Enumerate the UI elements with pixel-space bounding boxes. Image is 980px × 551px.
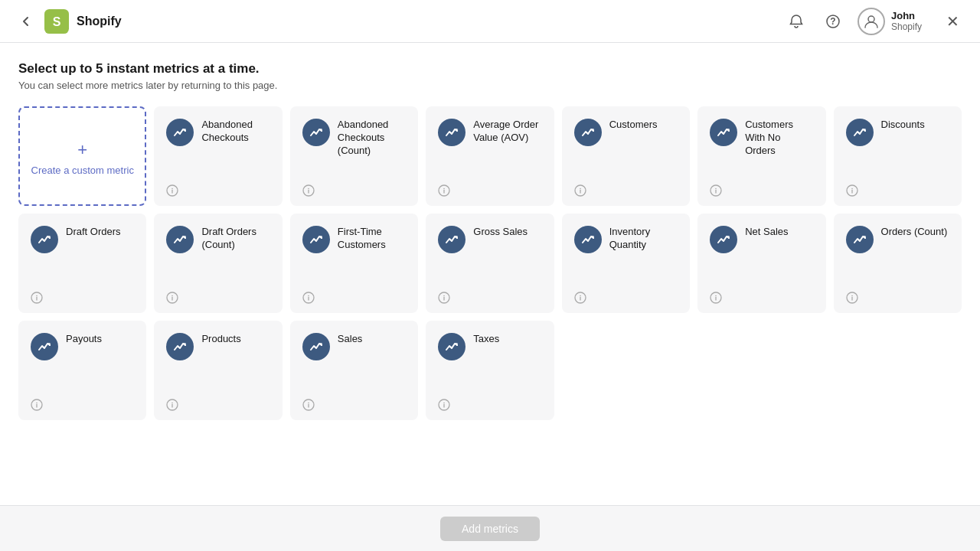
metric-card-header: Abandoned Checkouts (Count) [302, 119, 406, 178]
metric-info-net-sales[interactable] [710, 285, 813, 304]
header-right: ? John Shopify ✕ [784, 8, 965, 35]
metric-card-customers-no-orders[interactable]: Customers With No Orders [697, 106, 825, 206]
svg-point-9 [308, 188, 309, 190]
metric-card-header: Products [166, 333, 270, 393]
metric-info-gross-sales[interactable] [438, 285, 541, 304]
help-button[interactable]: ? [821, 9, 845, 34]
metric-label-average-order-value: Average Order Value (AOV) [473, 119, 541, 145]
metric-info-abandoned-checkouts-count[interactable] [302, 178, 406, 197]
footer: Add metrics [0, 505, 980, 551]
metric-icon-payouts [31, 333, 58, 360]
metric-info-customers[interactable] [574, 178, 678, 197]
metric-card-abandoned-checkouts[interactable]: Abandoned Checkouts [154, 106, 282, 206]
svg-text:S: S [53, 15, 61, 28]
metric-info-first-time-customers[interactable] [302, 285, 406, 304]
main-content: Select up to 5 instant metrics at a time… [0, 43, 980, 551]
metric-info-inventory-quantity[interactable] [574, 285, 678, 304]
metric-icon-products [166, 333, 194, 360]
metric-card-draft-orders[interactable]: Draft Orders [18, 214, 146, 313]
metric-info-draft-orders[interactable] [31, 285, 134, 304]
notifications-button[interactable] [784, 9, 808, 34]
metrics-row-2: Draft Orders Draft Orders (Count) [18, 214, 962, 313]
metric-card-discounts[interactable]: Discounts [834, 106, 962, 206]
metric-label-discounts: Discounts [881, 119, 949, 132]
metric-card-header: Net Sales [710, 226, 813, 285]
metric-label-net-sales: Net Sales [745, 226, 813, 239]
svg-point-15 [580, 188, 581, 190]
metric-info-draft-orders-count[interactable] [166, 285, 270, 304]
metric-card-header: Payouts [31, 333, 134, 393]
user-menu[interactable]: John Shopify [858, 8, 922, 35]
back-button[interactable] [15, 11, 37, 32]
add-metrics-button[interactable]: Add metrics [440, 517, 540, 541]
metric-card-header: Sales [302, 333, 406, 393]
metric-card-inventory-quantity[interactable]: Inventory Quantity [562, 214, 690, 313]
metric-card-header: Customers [574, 119, 678, 178]
header-left: S Shopify [15, 9, 784, 34]
metric-icon-gross-sales [438, 226, 466, 253]
metric-info-products[interactable] [166, 393, 270, 411]
metric-info-abandoned-checkouts[interactable] [166, 178, 270, 197]
metric-label-draft-orders-count: Draft Orders (Count) [201, 226, 270, 252]
metric-card-header: Average Order Value (AOV) [438, 119, 541, 178]
svg-point-45 [36, 403, 38, 404]
header: S Shopify ? John Sho [0, 0, 980, 43]
close-button[interactable]: ✕ [940, 9, 965, 34]
metric-card-orders-count[interactable]: Orders (Count) [834, 214, 962, 313]
metric-icon-orders-count [846, 226, 874, 253]
metric-icon-draft-orders-count [166, 226, 194, 253]
metric-info-average-order-value[interactable] [438, 178, 541, 197]
metric-card-draft-orders-count[interactable]: Draft Orders (Count) [154, 214, 282, 313]
metric-label-orders-count: Orders (Count) [881, 226, 949, 239]
metric-card-create-custom[interactable]: + Create a custom metric [18, 106, 146, 206]
user-name: John [891, 10, 922, 21]
metric-icon-abandoned-checkouts [166, 119, 194, 146]
metric-card-taxes[interactable]: Taxes [426, 321, 554, 420]
metric-icon-abandoned-checkouts-count [302, 119, 330, 146]
svg-point-18 [715, 188, 717, 190]
metric-label-sales: Sales [338, 333, 406, 346]
metric-icon-customers-no-orders [710, 119, 737, 146]
empty-cell [562, 321, 690, 420]
metric-card-payouts[interactable]: Payouts [18, 321, 146, 420]
metric-card-header: Discounts [846, 119, 949, 178]
metric-label-gross-sales: Gross Sales [473, 226, 541, 239]
svg-point-54 [443, 403, 445, 404]
metric-label-first-time-customers: First-Time Customers [338, 226, 406, 252]
metric-card-header: Abandoned Checkouts [166, 119, 270, 178]
svg-point-6 [172, 188, 174, 190]
metric-icon-net-sales [710, 226, 737, 253]
svg-point-12 [443, 188, 445, 190]
metric-label-abandoned-checkouts: Abandoned Checkouts [201, 119, 270, 145]
metric-label-inventory-quantity: Inventory Quantity [609, 226, 678, 252]
metric-card-header: Customers With No Orders [710, 119, 813, 178]
metric-info-orders-count[interactable] [846, 285, 949, 304]
metric-card-header: Draft Orders [31, 226, 134, 285]
app-title: Shopify [77, 15, 122, 28]
metric-info-taxes[interactable] [438, 393, 541, 411]
metric-card-sales[interactable]: Sales [290, 321, 418, 420]
svg-point-21 [851, 188, 853, 190]
metric-info-sales[interactable] [302, 393, 406, 411]
metric-card-products[interactable]: Products [154, 321, 282, 420]
metric-card-average-order-value[interactable]: Average Order Value (AOV) [426, 106, 554, 206]
metric-card-net-sales[interactable]: Net Sales [697, 214, 825, 313]
svg-point-30 [308, 295, 309, 297]
metric-card-abandoned-checkouts-count[interactable]: Abandoned Checkouts (Count) [290, 106, 418, 206]
metric-card-header: Draft Orders (Count) [166, 226, 270, 285]
page-heading: Select up to 5 instant metrics at a time… [18, 61, 962, 77]
svg-point-42 [851, 295, 853, 297]
metric-card-first-time-customers[interactable]: First-Time Customers [290, 214, 418, 313]
metric-info-discounts[interactable] [846, 178, 949, 197]
metric-icon-draft-orders [31, 226, 58, 253]
metric-info-payouts[interactable] [31, 393, 134, 411]
metric-icon-inventory-quantity [574, 226, 602, 253]
metric-icon-sales [302, 333, 330, 360]
metric-card-gross-sales[interactable]: Gross Sales [426, 214, 554, 313]
metric-label-products: Products [201, 333, 270, 346]
metric-icon-average-order-value [438, 119, 466, 146]
metric-icon-taxes [438, 333, 466, 360]
metric-info-customers-no-orders[interactable] [710, 178, 813, 197]
metric-label-taxes: Taxes [473, 333, 541, 346]
metric-card-customers[interactable]: Customers [562, 106, 690, 206]
